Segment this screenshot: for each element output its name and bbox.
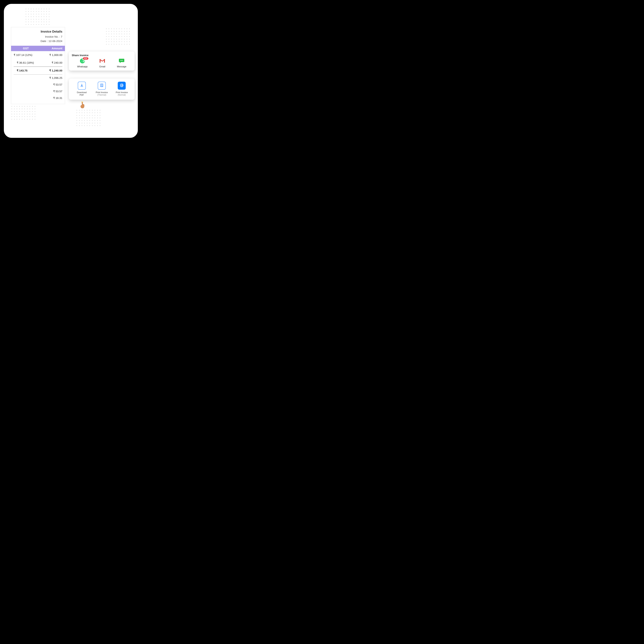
invoice-total-row: ₹ 143.75 ₹ 1,240.00 bbox=[14, 67, 62, 75]
pointer-hand-icon bbox=[80, 101, 86, 109]
share-gmail[interactable]: Gmail bbox=[98, 58, 106, 68]
col-amount: Amount bbox=[38, 47, 62, 50]
svg-point-10 bbox=[122, 85, 123, 85]
share-whatsapp[interactable]: NEW Whatsapp bbox=[77, 58, 88, 68]
print-normal-button[interactable]: Print Invoice (Normal) bbox=[112, 82, 131, 96]
action-label: Download bbox=[72, 91, 91, 94]
share-label: Gmail bbox=[98, 65, 106, 68]
decorative-dots bbox=[106, 29, 130, 45]
amount-total: ₹ 1,240.00 bbox=[40, 69, 62, 72]
share-invoice-card: Share Invoice NEW Whatsapp Gmail bbox=[69, 52, 135, 71]
svg-point-1 bbox=[81, 60, 84, 62]
invoice-row: ₹ 36.61 (18%) ₹ 240.00 bbox=[14, 59, 62, 67]
invoice-title: Invoice Details bbox=[14, 30, 62, 33]
extra-amount: ₹ 1,096.25 bbox=[14, 75, 62, 81]
download-pdf-button[interactable]: Download PDF bbox=[72, 82, 91, 96]
action-label: Print Invoice bbox=[92, 91, 111, 94]
extra-amount: ₹ 18.31 bbox=[14, 95, 62, 101]
invoice-actions-card: Download PDF Print Invoice (Thermal) bbox=[69, 79, 135, 100]
action-sublabel: (Thermal) bbox=[92, 94, 111, 96]
extra-amount: ₹ 53.57 bbox=[14, 81, 62, 88]
printer-icon bbox=[120, 83, 124, 88]
share-title: Share Invoice bbox=[72, 54, 132, 57]
action-sublabel: (Normal) bbox=[112, 94, 131, 96]
device-frame: Invoice Details Invoice No. : 7 Date : 1… bbox=[3, 3, 139, 139]
amount-cell: ₹ 240.00 bbox=[40, 61, 62, 64]
decorative-dots bbox=[77, 110, 101, 126]
print-thermal-button[interactable]: Print Invoice (Thermal) bbox=[92, 82, 111, 96]
svg-rect-9 bbox=[121, 86, 123, 87]
share-label: Message bbox=[117, 65, 126, 68]
gst-cell: ₹ 36.61 (18%) bbox=[14, 61, 40, 64]
invoice-date: Date : 12-06-2024 bbox=[14, 40, 62, 43]
extra-amount: ₹ 53.57 bbox=[14, 88, 62, 95]
action-sublabel: PDF bbox=[72, 94, 91, 96]
share-label: Whatsapp bbox=[77, 65, 88, 68]
decorative-dots bbox=[12, 104, 36, 120]
share-message[interactable]: Message bbox=[117, 58, 126, 68]
svg-point-3 bbox=[120, 60, 121, 61]
invoice-table-header: GST Amount bbox=[11, 46, 65, 51]
invoice-row: ₹ 107.14 (12%) ₹ 1,000.00 bbox=[14, 51, 62, 59]
message-icon bbox=[119, 58, 125, 64]
gmail-icon bbox=[99, 59, 105, 64]
svg-point-5 bbox=[122, 60, 123, 61]
invoice-number: Invoice No. : 7 bbox=[14, 35, 62, 38]
gst-total: ₹ 143.75 bbox=[14, 69, 40, 72]
amount-cell: ₹ 1,000.00 bbox=[38, 53, 62, 57]
gst-cell: ₹ 107.14 (12%) bbox=[14, 53, 38, 57]
download-icon bbox=[80, 83, 84, 88]
col-gst: GST bbox=[14, 47, 38, 50]
action-label: Print Invoice bbox=[112, 91, 131, 94]
receipt-icon bbox=[100, 83, 104, 88]
new-badge: NEW bbox=[83, 57, 88, 60]
decorative-dots bbox=[26, 9, 50, 25]
svg-point-4 bbox=[121, 60, 122, 61]
invoice-details-panel: Invoice Details Invoice No. : 7 Date : 1… bbox=[11, 27, 65, 104]
